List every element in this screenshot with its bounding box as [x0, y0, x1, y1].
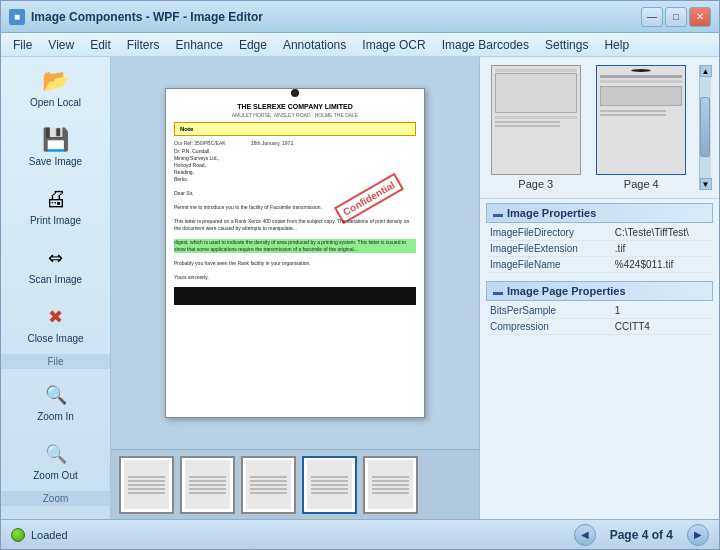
scan-image-icon: ⇔: [40, 242, 72, 274]
center-panel: THE SLEREXE COMPANY LIMITED AMULET HOUSE…: [111, 57, 479, 519]
loaded-indicator: [11, 528, 25, 542]
signature-redacted: [174, 287, 416, 305]
collapse-icon: ▬: [493, 208, 503, 219]
title-bar: ■ Image Components - WPF - Image Editor …: [1, 1, 719, 33]
file-group-label: File: [1, 354, 110, 369]
menu-filters[interactable]: Filters: [119, 36, 168, 54]
menu-image-ocr[interactable]: Image OCR: [354, 36, 433, 54]
thumb-1[interactable]: [119, 456, 174, 514]
menu-edit[interactable]: Edit: [82, 36, 119, 54]
company-name: THE SLEREXE COMPANY LIMITED: [166, 103, 424, 110]
page-nav: ◀ Page 4 of 4 ▶: [574, 524, 709, 546]
page-indicator: Page 4 of 4: [602, 526, 681, 544]
prop-key-bits: BitsPerSample: [486, 303, 611, 319]
note-label: Note: [174, 122, 416, 136]
page-properties-title: Image Page Properties: [507, 285, 626, 297]
scroll-track: [700, 77, 711, 178]
thumb-2[interactable]: [180, 456, 235, 514]
right-thumb-img-4: [596, 65, 686, 175]
thumbnail-strip: [111, 449, 479, 519]
zoom-out-label: Zoom Out: [33, 470, 77, 481]
menu-edge[interactable]: Edge: [231, 36, 275, 54]
main-window: ■ Image Components - WPF - Image Editor …: [0, 0, 720, 550]
zoom-group-label: Zoom: [1, 491, 110, 506]
app-icon: ■: [9, 9, 25, 25]
menu-image-barcodes[interactable]: Image Barcodes: [434, 36, 537, 54]
company-address: AMULET HOUSE, AINSLEY ROAD · HOLME THE D…: [166, 112, 424, 118]
thumb-4-active[interactable]: [302, 456, 357, 514]
image-properties-table: ImageFileDirectory C:\Teste\TiffTest\ Im…: [486, 225, 713, 273]
menu-view[interactable]: View: [40, 36, 82, 54]
zoom-out-icon: 🔍: [40, 438, 72, 470]
thumb-3[interactable]: [241, 456, 296, 514]
page4-label: Page 4: [624, 178, 659, 190]
close-image-label: Close Image: [27, 333, 83, 344]
zoom-out-button[interactable]: 🔍 Zoom Out: [5, 432, 106, 487]
prop-row-filename: ImageFileName %424$011.tif: [486, 257, 713, 273]
page-properties-table: BitsPerSample 1 Compression CCITT4: [486, 303, 713, 335]
menu-bar: File View Edit Filters Enhance Edge Anno…: [1, 33, 719, 57]
scroll-thumb[interactable]: [700, 97, 710, 157]
prop-row-compression: Compression CCITT4: [486, 319, 713, 335]
open-local-icon: 📂: [40, 65, 72, 97]
close-image-button[interactable]: ✖ Close Image: [5, 295, 106, 350]
doc-ref: Our Ref: 350/PBC/EAK 18th January, 1972.: [174, 140, 416, 146]
close-image-icon: ✖: [40, 301, 72, 333]
prop-key-filename: ImageFileName: [486, 257, 611, 273]
hole-punch-icon: [291, 89, 299, 97]
next-page-button[interactable]: ▶: [687, 524, 709, 546]
scan-image-button[interactable]: ⇔ Scan Image: [5, 236, 106, 291]
close-button[interactable]: ✕: [689, 7, 711, 27]
right-thumb-page3[interactable]: Page 3: [488, 65, 584, 190]
menu-help[interactable]: Help: [596, 36, 637, 54]
maximize-button[interactable]: □: [665, 7, 687, 27]
open-local-label: Open Local: [30, 97, 81, 108]
right-thumb-page4[interactable]: Page 4: [594, 65, 690, 190]
prev-page-button[interactable]: ◀: [574, 524, 596, 546]
print-image-label: Print Image: [30, 215, 81, 226]
print-image-icon: 🖨: [40, 183, 72, 215]
prop-val-bits: 1: [611, 303, 713, 319]
main-area: 📂 Open Local 💾 Save Image 🖨 Print Image …: [1, 57, 719, 519]
image-properties-title: Image Properties: [507, 207, 596, 219]
prop-val-directory: C:\Teste\TiffTest\: [611, 225, 713, 241]
status-left: Loaded: [11, 528, 68, 542]
scroll-down-button[interactable]: ▼: [700, 178, 712, 190]
right-panel: Page 3 Page 4 ▲: [479, 57, 719, 519]
prop-key-directory: ImageFileDirectory: [486, 225, 611, 241]
page-properties-header[interactable]: ▬ Image Page Properties: [486, 281, 713, 301]
image-properties-header[interactable]: ▬ Image Properties: [486, 203, 713, 223]
image-viewer[interactable]: THE SLEREXE COMPANY LIMITED AMULET HOUSE…: [111, 57, 479, 449]
minimize-button[interactable]: —: [641, 7, 663, 27]
print-image-button[interactable]: 🖨 Print Image: [5, 177, 106, 232]
prop-row-directory: ImageFileDirectory C:\Teste\TiffTest\: [486, 225, 713, 241]
menu-annotations[interactable]: Annotations: [275, 36, 354, 54]
right-thumb-img-3: [491, 65, 581, 175]
window-title: Image Components - WPF - Image Editor: [31, 10, 641, 24]
menu-enhance[interactable]: Enhance: [168, 36, 231, 54]
scan-image-label: Scan Image: [29, 274, 82, 285]
prop-row-bits: BitsPerSample 1: [486, 303, 713, 319]
document-body: Dr. P.N. Cundall, Mining Surveys Ltd., H…: [166, 148, 424, 281]
menu-settings[interactable]: Settings: [537, 36, 596, 54]
page3-label: Page 3: [518, 178, 553, 190]
status-bar: Loaded ◀ Page 4 of 4 ▶: [1, 519, 719, 549]
scroll-up-button[interactable]: ▲: [700, 65, 712, 77]
status-text: Loaded: [31, 529, 68, 541]
zoom-in-icon: 🔍: [40, 379, 72, 411]
menu-file[interactable]: File: [5, 36, 40, 54]
save-image-icon: 💾: [40, 124, 72, 156]
right-scrollbar: ▲ ▼: [699, 65, 711, 190]
right-thumb-row: Page 3 Page 4 ▲: [480, 57, 719, 199]
prop-val-compression: CCITT4: [611, 319, 713, 335]
zoom-in-label: Zoom In: [37, 411, 74, 422]
zoom-in-button[interactable]: 🔍 Zoom In: [5, 373, 106, 428]
left-sidebar: 📂 Open Local 💾 Save Image 🖨 Print Image …: [1, 57, 111, 519]
prop-val-filename: %424$011.tif: [611, 257, 713, 273]
prop-val-extension: .tif: [611, 241, 713, 257]
save-image-button[interactable]: 💾 Save Image: [5, 118, 106, 173]
prop-key-compression: Compression: [486, 319, 611, 335]
thumb-5[interactable]: [363, 456, 418, 514]
open-local-button[interactable]: 📂 Open Local: [5, 59, 106, 114]
page-properties-section: ▬ Image Page Properties BitsPerSample 1 …: [480, 277, 719, 339]
